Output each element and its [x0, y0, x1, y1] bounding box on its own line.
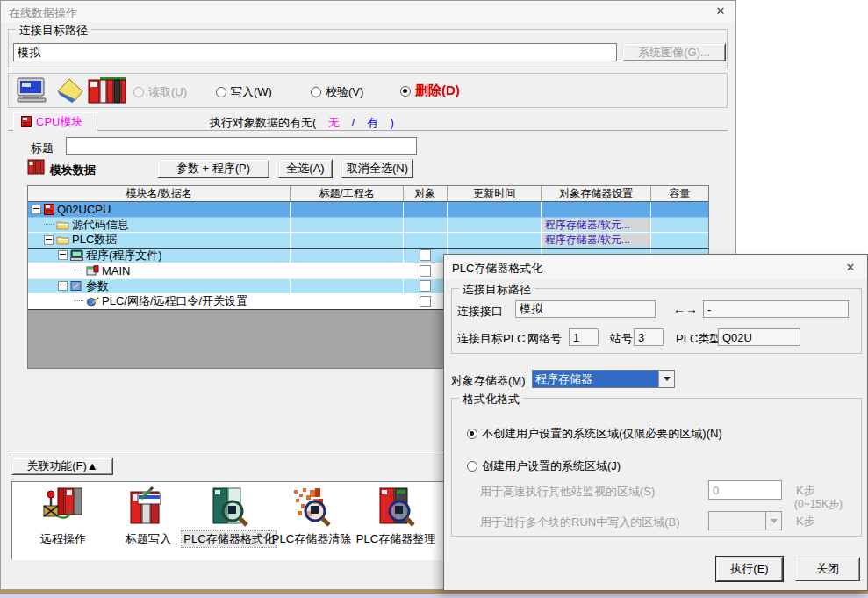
tab-cpu-module[interactable]: CPU模块 [13, 112, 97, 131]
target-memory-value: 程序存储器 [533, 371, 658, 387]
dialog-title: 在线数据操作 [9, 5, 77, 21]
module-data-icon [27, 159, 45, 175]
target-checkbox[interactable] [420, 280, 431, 292]
radio-verify-label: 校验(V) [326, 84, 363, 100]
network-number-label: 网络号 [527, 331, 562, 347]
radio-create-user-area-circle[interactable] [467, 461, 477, 472]
plc-memory-format-dialog: PLC存储器格式化 ✕ 连接目标路径 连接接口 ←→ 连接目标PLC 网络号 站… [443, 254, 868, 591]
target-checkbox[interactable] [420, 265, 431, 277]
plc-memory-format-label: PLC存储器格式化 [182, 531, 276, 547]
format-style-group: 格式化格式 不创建用户设置的系统区域(仅限必要的区域)(N) 创建用户设置的系统… [451, 398, 862, 537]
collapse-icon[interactable] [44, 235, 54, 245]
operation-group: 读取(U) 写入(W) 校验(V) 删除(D) [8, 73, 728, 108]
plc-rack-icon [88, 76, 126, 104]
radio-delete-label: 删除(D) [415, 83, 460, 99]
plc-memory-arrange-icon [373, 486, 419, 529]
table-row[interactable]: Q02UCPU [28, 202, 708, 218]
radio-no-user-area-label: 不创建用户设置的系统区域(仅限必要的区域)(N) [482, 426, 722, 442]
run-write-area-value [709, 512, 765, 530]
parameter-icon [70, 280, 83, 292]
plc-type-input [718, 328, 800, 346]
exec-presence-none: 无 [319, 116, 348, 129]
collapse-icon[interactable] [32, 205, 41, 214]
radio-read-circle[interactable] [133, 87, 144, 97]
header-update-time: 更新时间 [448, 186, 542, 201]
interface-target-input [703, 300, 849, 318]
program-file-icon [70, 249, 83, 261]
radio-create-user-area-label: 创建用户设置的系统区域(J) [482, 458, 621, 474]
target-checkbox[interactable] [420, 296, 431, 307]
collapse-icon[interactable] [58, 281, 68, 291]
format-style-group-label: 格式化格式 [459, 392, 523, 407]
header-target: 对象 [404, 186, 448, 201]
radio-no-user-area[interactable]: 不创建用户设置的系统区域(仅限必要的区域)(N) [467, 426, 722, 442]
title-bar[interactable]: 在线数据操作 ✕ [1, 1, 735, 22]
dropdown-arrow-icon[interactable] [658, 371, 674, 387]
cpu-icon [44, 204, 54, 215]
eraser-icon [54, 77, 84, 104]
title-bar[interactable]: PLC存储器格式化 ✕ [444, 255, 867, 279]
radio-no-user-area-circle[interactable] [467, 429, 477, 439]
plc-memory-arrange-item[interactable]: PLC存储器整理 [349, 486, 442, 547]
cpu-module-icon [21, 116, 32, 127]
radio-read[interactable]: 读取(U) [133, 84, 187, 100]
title-write-item[interactable]: 标题写入 [113, 486, 183, 547]
connection-path-group-label: 连接目标路径 [459, 282, 534, 298]
radio-write-label: 写入(W) [231, 84, 272, 100]
select-all-button[interactable]: 全选(A) [278, 159, 333, 178]
connection-path-group: 连接目标路径 系统图像(G)... [8, 29, 728, 68]
related-functions-toggle-button[interactable]: 关联功能(F)▲ [11, 458, 113, 475]
folder-icon [56, 220, 69, 230]
network-number-input [569, 328, 599, 346]
radio-verify-circle[interactable] [311, 87, 321, 97]
background-window-strip [0, 594, 868, 598]
system-image-button[interactable]: 系统图像(G)... [622, 43, 726, 61]
table-row[interactable]: 源代码信息 程序存储器/软元... [28, 218, 708, 234]
tree-item-label: PLC/网络/远程口令/开关设置 [102, 294, 247, 309]
radio-delete-circle[interactable] [400, 86, 411, 97]
tree-connector [74, 300, 83, 302]
remote-operation-icon [40, 486, 86, 529]
radio-write-circle[interactable] [216, 87, 226, 97]
screen: 在线数据操作 ✕ 连接目标路径 系统图像(G)... 读取(U) [0, 0, 868, 598]
high-speed-area-label: 用于高速执行其他站监视的区域(S) [480, 484, 655, 500]
memory-setting-cell[interactable]: 程序存储器/软元... [542, 219, 650, 231]
table-header: 模块名/数据名 标题/工程名 对象 更新时间 对象存储器设置 容量 [28, 186, 708, 202]
plc-memory-clear-item[interactable]: PLC存储器清除 [265, 486, 358, 547]
deselect-all-button[interactable]: 取消全选(N) [341, 159, 413, 178]
connection-path-input[interactable] [13, 43, 617, 61]
exec-presence-exist: 有 [358, 116, 387, 129]
tab-cpu-module-label: CPU模块 [36, 114, 82, 130]
title-write-label: 标题写入 [124, 531, 173, 547]
target-memory-combobox[interactable]: 程序存储器 [532, 370, 675, 388]
memory-setting-cell[interactable]: 程序存储器/软元... [542, 234, 650, 246]
radio-write[interactable]: 写入(W) [216, 84, 272, 100]
exec-presence-text: 执行对象数据的有无( 无 / 有 ) [210, 115, 394, 131]
tree-item-label: 参数 [86, 279, 109, 294]
plc-memory-arrange-label: PLC存储器整理 [355, 531, 437, 547]
collapse-icon[interactable] [58, 250, 68, 260]
title-field-input[interactable] [66, 137, 417, 155]
target-checkbox[interactable] [420, 249, 431, 261]
execute-button[interactable]: 执行(E) [716, 557, 783, 581]
close-icon[interactable]: ✕ [843, 261, 858, 275]
connection-path-group: 连接目标路径 连接接口 ←→ 连接目标PLC 网络号 站号 PLC类型 [451, 288, 862, 354]
close-button[interactable]: 关闭 [795, 557, 860, 581]
remote-operation-label: 远程操作 [39, 531, 88, 547]
radio-delete[interactable]: 删除(D) [400, 83, 460, 99]
remote-operation-item[interactable]: 远程操作 [28, 486, 98, 547]
close-icon[interactable]: ✕ [713, 4, 728, 18]
param-program-button[interactable]: 参数 + 程序(P) [157, 159, 269, 178]
module-data-label: 模块数据 [50, 162, 96, 178]
high-speed-area-input [708, 480, 782, 500]
radio-create-user-area[interactable]: 创建用户设置的系统区域(J) [467, 458, 621, 474]
exec-presence-prefix: 执行对象数据的有无( [210, 116, 316, 129]
plc-memory-format-item[interactable]: PLC存储器格式化 [179, 486, 279, 547]
tree-item-label: 程序(程序文件) [86, 249, 162, 263]
table-row[interactable]: PLC数据 程序存储器/软元... [28, 233, 708, 249]
tree-connector [74, 270, 83, 271]
plc-memory-clear-icon [289, 486, 334, 529]
folder-icon [56, 234, 69, 245]
radio-verify[interactable]: 校验(V) [311, 84, 363, 100]
connection-path-group-label: 连接目标路径 [16, 23, 91, 39]
